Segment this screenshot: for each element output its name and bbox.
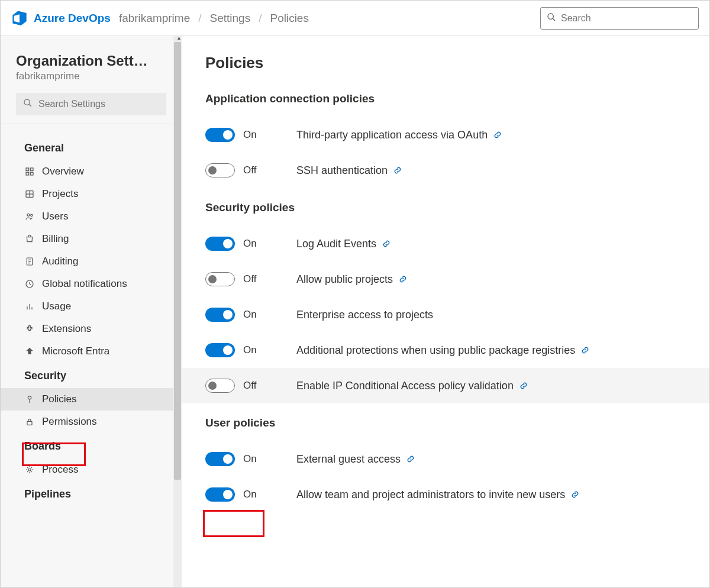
toggle-state-label: On	[243, 129, 257, 141]
sidebar-item-global-notifications[interactable]: Global notifications	[1, 273, 182, 295]
section-title: User policies	[205, 416, 686, 429]
sidebar-search-input[interactable]	[38, 99, 159, 109]
breadcrumb-settings[interactable]: Settings	[210, 12, 251, 25]
sidebar-item-permissions[interactable]: Permissions	[1, 411, 182, 433]
sidebar-item-auditing[interactable]: Auditing	[1, 250, 182, 273]
sidebar-item-label: Global notifications	[42, 278, 127, 290]
sidebar-item-label: Billing	[42, 233, 69, 245]
users-icon	[24, 211, 35, 222]
section-title: Security policies	[205, 201, 686, 214]
global-search-input[interactable]	[561, 13, 692, 24]
billing-icon	[24, 234, 35, 244]
brand-block[interactable]: Azure DevOps	[11, 9, 111, 27]
sidebar-item-label: Overview	[42, 166, 84, 177]
policy-toggle[interactable]	[205, 163, 235, 177]
toggle-wrap: Off	[205, 379, 296, 393]
extensions-icon	[24, 324, 35, 334]
sidebar-item-billing[interactable]: Billing	[1, 228, 182, 250]
policy-label: Log Audit Events	[296, 238, 390, 250]
sidebar-item-overview[interactable]: Overview	[1, 160, 182, 183]
policy-toggle[interactable]	[205, 379, 235, 393]
sidebar-item-label: Extensions	[42, 323, 91, 335]
policy-toggle[interactable]	[205, 487, 235, 502]
toggle-state-label: On	[243, 238, 257, 250]
sidebar-scroll-thumb[interactable]	[174, 42, 181, 480]
svg-point-2	[24, 99, 30, 105]
policy-row: OffAllow public projects	[205, 261, 686, 297]
policy-label: Allow public projects	[296, 273, 407, 286]
link-icon[interactable]	[393, 166, 402, 175]
toggle-wrap: On	[205, 343, 296, 357]
policy-row: OnLog Audit Events	[205, 226, 686, 261]
policy-row: OffEnable IP Conditional Access policy v…	[182, 368, 709, 403]
link-icon[interactable]	[581, 346, 589, 354]
toggle-wrap: Off	[205, 163, 296, 177]
sidebar-item-policies[interactable]: Policies	[1, 388, 182, 411]
policy-label: Additional protections when using public…	[296, 344, 589, 357]
svg-point-21	[28, 396, 31, 399]
sidebar-subtitle: fabrikamprime	[1, 69, 182, 93]
sidebar-item-usage[interactable]: Usage	[1, 295, 182, 318]
policy-toggle[interactable]	[205, 343, 235, 357]
policy-label: Enterprise access to projects	[296, 309, 433, 321]
sidebar-item-label: Policies	[42, 393, 77, 405]
toggle-state-label: On	[243, 453, 257, 465]
policy-row: OnThird-party application access via OAu…	[205, 117, 686, 153]
breadcrumb: fabrikamprime / Settings / Policies	[119, 12, 309, 25]
policies-icon	[24, 394, 35, 405]
sidebar-item-projects[interactable]: Projects	[1, 183, 182, 205]
toggle-knob	[223, 310, 233, 319]
sidebar-item-users[interactable]: Users	[1, 205, 182, 228]
policy-toggle[interactable]	[205, 272, 235, 286]
notifications-icon	[24, 279, 35, 289]
policy-toggle[interactable]	[205, 452, 235, 466]
sidebar-group-label: Pipelines	[1, 481, 182, 506]
svg-point-0	[548, 14, 553, 19]
policy-label: Allow team and project administrators to…	[296, 489, 579, 501]
toggle-knob	[223, 454, 233, 464]
link-icon[interactable]	[382, 240, 390, 248]
global-search[interactable]	[540, 7, 699, 30]
sidebar-group-label: Boards	[1, 433, 182, 458]
sidebar-scrollbar[interactable]: ▴	[173, 36, 182, 587]
sidebar-group-label: Security	[1, 363, 182, 388]
policy-label-text: Additional protections when using public…	[296, 344, 575, 357]
sidebar-item-process[interactable]: Process	[1, 458, 182, 481]
breadcrumb-sep: /	[198, 12, 201, 25]
svg-point-12	[31, 214, 33, 216]
top-header: Azure DevOps fabrikamprime / Settings / …	[1, 1, 709, 36]
link-icon[interactable]	[399, 275, 407, 283]
link-icon[interactable]	[406, 455, 415, 463]
sidebar-item-label: Process	[42, 464, 78, 476]
sidebar-item-extensions[interactable]: Extensions	[1, 318, 182, 340]
policy-label-text: Enable IP Conditional Access policy vali…	[296, 380, 514, 392]
toggle-wrap: On	[205, 237, 296, 251]
policy-toggle[interactable]	[205, 128, 235, 142]
breadcrumb-sep: /	[259, 12, 262, 25]
link-icon[interactable]	[493, 131, 502, 139]
policy-row: OffSSH authentication	[205, 153, 686, 188]
sidebar-item-label: Permissions	[42, 416, 97, 428]
svg-line-1	[553, 18, 555, 21]
breadcrumb-policies[interactable]: Policies	[270, 12, 308, 25]
sidebar-divider	[1, 124, 182, 124]
sidebar-item-microsoft-entra[interactable]: Microsoft Entra	[1, 340, 182, 363]
policy-label-text: Log Audit Events	[296, 238, 376, 250]
policy-label-text: Enterprise access to projects	[296, 309, 433, 321]
link-icon[interactable]	[571, 490, 579, 499]
sidebar-search[interactable]	[16, 93, 166, 115]
policy-row: OnEnterprise access to projects	[205, 297, 686, 332]
policy-row: OnAllow team and project administrators …	[205, 477, 686, 512]
sidebar-item-label: Projects	[42, 188, 78, 200]
sidebar: ▴ Organization Settin... fabrikamprime G…	[1, 36, 182, 587]
policy-label-text: Third-party application access via OAuth	[296, 129, 488, 141]
policy-toggle[interactable]	[205, 308, 235, 322]
svg-point-11	[27, 214, 30, 216]
policy-toggle[interactable]	[205, 237, 235, 251]
sidebar-item-label: Usage	[42, 301, 71, 312]
link-icon[interactable]	[519, 382, 528, 390]
sidebar-item-label: Auditing	[42, 256, 78, 267]
breadcrumb-org[interactable]: fabrikamprime	[119, 12, 190, 25]
policy-row: OnAdditional protections when using publ…	[205, 332, 686, 368]
toggle-knob	[208, 382, 217, 390]
